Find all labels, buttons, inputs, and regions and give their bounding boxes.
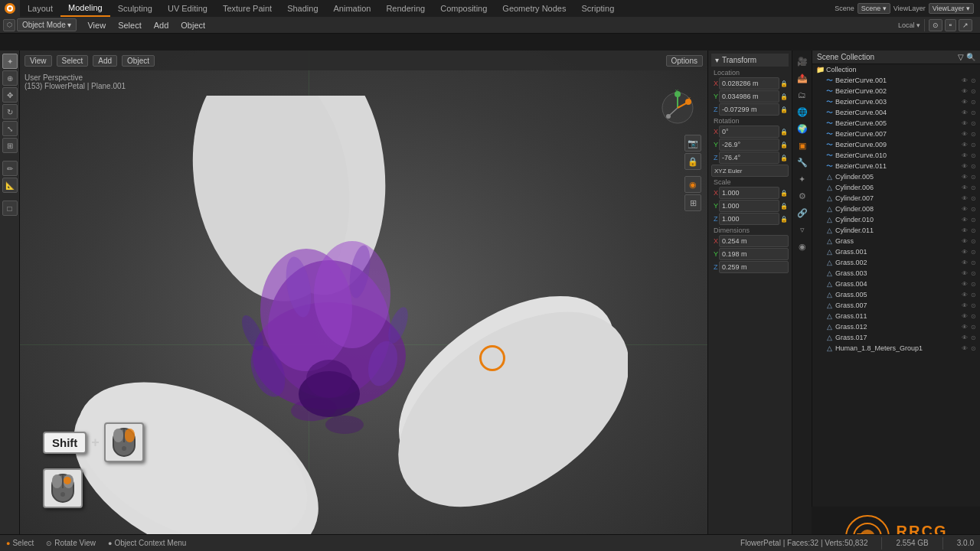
vis-icon-009[interactable]: 👁: [961, 141, 969, 148]
vis-icon-004[interactable]: 👁: [961, 109, 969, 116]
location-z-lock[interactable]: 🔒: [779, 106, 789, 113]
vis-icon-grass003[interactable]: 👁: [961, 269, 969, 277]
vis-icon-grass011[interactable]: 👁: [961, 312, 969, 320]
sel-icon-002[interactable]: ⊙: [969, 87, 977, 95]
menu-view[interactable]: View: [81, 19, 112, 31]
outliner-item-grass012[interactable]: △ Grass.012 👁 ⊙: [812, 321, 980, 332]
menu-add[interactable]: Add: [148, 19, 175, 31]
dim-y-val[interactable]: 0.198 m: [719, 248, 789, 260]
dim-z-val[interactable]: 0.259 m: [719, 261, 789, 273]
sel-icon-cyl005[interactable]: ⊙: [969, 173, 977, 181]
vis-icon-cyl008[interactable]: 👁: [961, 205, 969, 213]
snap-btn[interactable]: ⁌: [945, 19, 956, 31]
vis-icon-grass004[interactable]: 👁: [961, 280, 969, 288]
object-props-icon[interactable]: ▣: [795, 138, 810, 153]
outliner-item-bezier004[interactable]: 〜 BezierCurve.004 👁 ⊙: [812, 107, 980, 118]
sel-icon-cyl006[interactable]: ⊙: [969, 184, 977, 191]
sel-icon-cyl011[interactable]: ⊙: [969, 227, 977, 234]
tab-animation[interactable]: Animation: [326, 0, 379, 17]
vis-icon-grass007[interactable]: 👁: [961, 302, 969, 309]
outliner-item-grass005[interactable]: △ Grass.005 👁 ⊙: [812, 289, 980, 300]
select-menu-btn[interactable]: Select: [57, 55, 89, 67]
tab-rendering[interactable]: Rendering: [378, 0, 433, 17]
sel-icon-005[interactable]: ⊙: [969, 119, 977, 127]
cursor-tool-btn[interactable]: ⊕: [2, 70, 18, 86]
sel-icon-grass007[interactable]: ⊙: [969, 302, 977, 309]
sel-icon-grass001[interactable]: ⊙: [969, 248, 977, 256]
object-menu-btn[interactable]: Object: [122, 55, 155, 67]
outliner-item-grass017[interactable]: △ Grass.017 👁 ⊙: [812, 332, 980, 343]
proportional-edit-btn[interactable]: ⊙: [929, 19, 942, 31]
sel-icon-grass004[interactable]: ⊙: [969, 280, 977, 288]
sel-icon-grass002[interactable]: ⊙: [969, 259, 977, 266]
vis-icon-cyl010[interactable]: 👁: [961, 216, 969, 223]
tab-modeling[interactable]: Modeling: [60, 0, 110, 17]
wireframe-icon[interactable]: ◉: [684, 176, 701, 193]
add-cube-btn[interactable]: □: [2, 201, 18, 216]
transform-section-header[interactable]: ▾ Transform: [711, 54, 789, 67]
xray-icon[interactable]: ⊞: [684, 194, 701, 211]
options-btn[interactable]: Options: [666, 55, 703, 67]
rotation-z-val[interactable]: -76.4°: [719, 152, 779, 164]
outliner-item-cyl007[interactable]: △ Cylinder.007 👁 ⊙: [812, 193, 980, 204]
outliner-item-bezier003[interactable]: 〜 BezierCurve.003 👁 ⊙: [812, 96, 980, 107]
outliner-item-cyl005[interactable]: △ Cylinder.005 👁 ⊙: [812, 171, 980, 182]
tab-sculpting[interactable]: Sculpting: [110, 0, 160, 17]
sel-icon-cyl010[interactable]: ⊙: [969, 216, 977, 223]
outliner-search-icon[interactable]: 🔍: [966, 53, 975, 61]
scale-z-lock[interactable]: 🔒: [779, 216, 789, 223]
modifier-icon[interactable]: 🔧: [795, 155, 810, 170]
sel-icon-cyl007[interactable]: ⊙: [969, 194, 977, 202]
vis-icon-007[interactable]: 👁: [961, 130, 969, 138]
vis-icon-005[interactable]: 👁: [961, 119, 969, 127]
sel-icon-cyl008[interactable]: ⊙: [969, 205, 977, 213]
rotation-z-lock[interactable]: 🔒: [779, 155, 789, 161]
sel-icon-grass005[interactable]: ⊙: [969, 291, 977, 298]
vis-icon-grass002[interactable]: 👁: [961, 259, 969, 266]
menu-select[interactable]: Select: [112, 19, 148, 31]
scale-z-val[interactable]: 1.000: [719, 213, 779, 225]
rotation-y-lock[interactable]: 🔒: [779, 142, 789, 148]
tab-layout[interactable]: Layout: [20, 0, 60, 17]
location-y-val[interactable]: 0.034986 m: [719, 90, 779, 103]
sel-icon-grass011[interactable]: ⊙: [969, 312, 977, 320]
outliner-item-cyl006[interactable]: △ Cylinder.006 👁 ⊙: [812, 182, 980, 193]
tab-geometry-nodes[interactable]: Geometry Nodes: [495, 0, 573, 17]
outliner-item-bezier011[interactable]: 〜 BezierCurve.011 👁 ⊙: [812, 161, 980, 171]
outliner-item-grass003[interactable]: △ Grass.003 👁 ⊙: [812, 268, 980, 279]
constraints-icon[interactable]: 🔗: [795, 205, 810, 220]
sel-icon-grass[interactable]: ⊙: [969, 237, 977, 245]
particles-icon[interactable]: ✦: [795, 171, 810, 187]
scale-x-val[interactable]: 1.000: [719, 187, 779, 199]
outliner-item-bezier005[interactable]: 〜 BezierCurve.005 👁 ⊙: [812, 118, 980, 129]
material-icon[interactable]: ◉: [795, 239, 810, 254]
view-layer-icon[interactable]: 🗂: [795, 87, 810, 103]
tab-scripting[interactable]: Scripting: [573, 0, 622, 17]
outliner-item-cyl010[interactable]: △ Cylinder.010 👁 ⊙: [812, 214, 980, 225]
measure-tool-btn[interactable]: 📐: [2, 178, 18, 193]
rotation-y-val[interactable]: -26.9°: [719, 139, 779, 151]
outliner-item-collection[interactable]: 📁 Collection: [812, 64, 980, 75]
vis-icon-010[interactable]: 👁: [961, 152, 969, 159]
sel-icon-004[interactable]: ⊙: [969, 109, 977, 116]
annotate-tool-btn[interactable]: ✏: [2, 161, 18, 176]
outliner-item-grass004[interactable]: △ Grass.004 👁 ⊙: [812, 279, 980, 289]
data-icon[interactable]: ▿: [795, 222, 810, 237]
sel-icon-grass017[interactable]: ⊙: [969, 334, 977, 341]
sel-icon-010[interactable]: ⊙: [969, 152, 977, 159]
outliner-item-cyl011[interactable]: △ Cylinder.011 👁 ⊙: [812, 225, 980, 236]
view-layer-dropdown[interactable]: ViewLayer ▾: [929, 3, 974, 14]
tab-uv-editing[interactable]: UV Editing: [160, 0, 215, 17]
location-x-lock[interactable]: 🔒: [779, 80, 789, 87]
sel-icon-011[interactable]: ⊙: [969, 162, 977, 170]
add-menu-btn[interactable]: Add: [93, 55, 117, 67]
object-mode-dropdown[interactable]: Object Mode ▾: [17, 18, 77, 31]
outliner-item-bezier010[interactable]: 〜 BezierCurve.010 👁 ⊙: [812, 150, 980, 161]
sel-icon-human[interactable]: ⊙: [969, 344, 977, 352]
rotation-mode-val[interactable]: XYZ Euler: [711, 165, 789, 177]
vis-icon-grass005[interactable]: 👁: [961, 291, 969, 298]
outliner-item-bezier002[interactable]: 〜 BezierCurve.002 👁 ⊙: [812, 86, 980, 96]
sel-icon-grass012[interactable]: ⊙: [969, 323, 977, 331]
sel-icon-003[interactable]: ⊙: [969, 98, 977, 106]
physics-icon[interactable]: ⚙: [795, 188, 810, 204]
